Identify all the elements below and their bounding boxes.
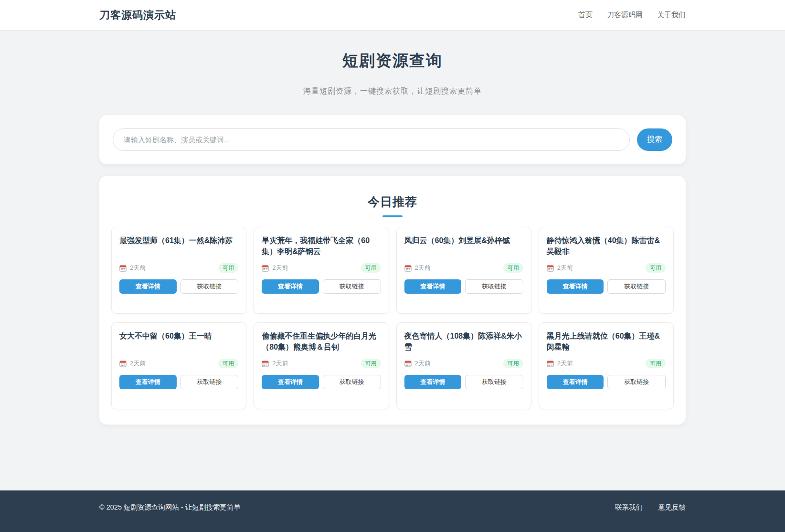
get-link-button[interactable]: 获取链接 [607, 375, 666, 389]
drama-card: 旱灾荒年，我福娃带飞全家（60集）李明&萨钢云 2天前 可用 查看详情 获取链接 [254, 227, 389, 314]
drama-meta: 2天前 可用 [119, 359, 238, 368]
drama-meta: 2天前 可用 [547, 263, 666, 273]
drama-date: 2天前 [547, 359, 573, 368]
drama-card: 夜色寄情人（108集）陈添祥&朱小雪 2天前 可用 查看详情 获取链接 [396, 322, 531, 409]
drama-card: 最强发型师（61集）一然&陈沛苏 2天前 可用 查看详情 获取链接 [111, 227, 246, 314]
drama-title: 静待惊鸿入翁慌（40集）陈雷雷&吴毅非 [547, 235, 666, 257]
search-button[interactable]: 搜索 [637, 128, 672, 151]
view-detail-button[interactable]: 查看详情 [262, 279, 319, 294]
drama-actions: 查看详情 获取链接 [119, 375, 238, 389]
drama-actions: 查看详情 获取链接 [547, 279, 666, 294]
main-content: 短剧资源查询 海量短剧资源，一键搜索获取，让短剧搜索更简单 搜索 今日推荐 最强… [99, 50, 686, 425]
status-badge: 可用 [503, 263, 523, 273]
calendar-icon [119, 360, 127, 367]
search-panel: 搜索 [99, 115, 686, 164]
drama-date-text: 2天前 [272, 359, 288, 368]
footer-link-contact[interactable]: 联系我们 [615, 503, 643, 512]
drama-actions: 查看详情 获取链接 [547, 375, 666, 389]
drama-title: 黑月光上线请就位（60集）王瑾&闵星翰 [547, 330, 666, 352]
view-detail-button[interactable]: 查看详情 [547, 279, 604, 294]
drama-meta: 2天前 可用 [262, 359, 381, 368]
get-link-button[interactable]: 获取链接 [180, 375, 239, 389]
site-header: 刀客源码演示站 首页 刀客源码网 关于我们 [0, 0, 785, 31]
drama-meta: 2天前 可用 [119, 263, 238, 273]
drama-title: 夜色寄情人（108集）陈添祥&朱小雪 [404, 330, 523, 352]
drama-actions: 查看详情 获取链接 [404, 279, 523, 294]
drama-card: 静待惊鸿入翁慌（40集）陈雷雷&吴毅非 2天前 可用 查看详情 获取链接 [539, 227, 674, 314]
view-detail-button[interactable]: 查看详情 [547, 375, 604, 389]
get-link-button[interactable]: 获取链接 [465, 375, 523, 389]
drama-meta: 2天前 可用 [547, 359, 666, 368]
status-badge: 可用 [646, 359, 666, 368]
view-detail-button[interactable]: 查看详情 [262, 375, 319, 389]
get-link-button[interactable]: 获取链接 [323, 375, 381, 389]
site-logo[interactable]: 刀客源码演示站 [99, 8, 176, 22]
drama-meta: 2天前 可用 [262, 263, 381, 273]
drama-title: 偷偷藏不住重生偏执少年的白月光（80集）熊奥博＆吕钊 [262, 330, 381, 352]
nav-item-home[interactable]: 首页 [578, 11, 593, 20]
status-badge: 可用 [361, 359, 381, 368]
page-subtitle: 海量短剧资源，一键搜索获取，让短剧搜索更简单 [99, 86, 686, 96]
drama-card-grid: 最强发型师（61集）一然&陈沛苏 2天前 可用 查看详情 获取链接 旱灾荒年，我… [111, 227, 674, 409]
calendar-icon [262, 360, 269, 367]
drama-meta: 2天前 可用 [404, 359, 523, 368]
hero-section: 短剧资源查询 海量短剧资源，一键搜索获取，让短剧搜索更简单 [99, 50, 686, 96]
view-detail-button[interactable]: 查看详情 [404, 279, 462, 294]
status-badge: 可用 [218, 359, 238, 368]
drama-actions: 查看详情 获取链接 [119, 279, 238, 294]
drama-date: 2天前 [404, 264, 431, 272]
drama-title: 凤归云（60集）刘昱展&孙梓铖 [404, 235, 523, 257]
drama-title: 最强发型师（61集）一然&陈沛苏 [119, 235, 238, 257]
drama-title: 旱灾荒年，我福娃带飞全家（60集）李明&萨钢云 [262, 235, 381, 257]
footer-links: 联系我们 意见反馈 [615, 503, 686, 512]
search-input[interactable] [113, 128, 630, 151]
drama-date-text: 2天前 [415, 359, 431, 368]
drama-date-text: 2天前 [272, 264, 288, 272]
recommend-panel: 今日推荐 最强发型师（61集）一然&陈沛苏 2天前 可用 查看详情 获取链接 [99, 176, 686, 425]
section-title-today-recommend: 今日推荐 [111, 194, 674, 210]
drama-date: 2天前 [119, 264, 146, 272]
get-link-button[interactable]: 获取链接 [180, 279, 239, 294]
drama-title: 女大不中留（60集）王一晴 [119, 330, 238, 352]
drama-date-text: 2天前 [557, 264, 573, 272]
drama-date-text: 2天前 [557, 359, 573, 368]
calendar-icon [547, 360, 554, 367]
calendar-icon [547, 265, 554, 272]
calendar-icon [119, 265, 127, 272]
status-badge: 可用 [503, 359, 523, 368]
view-detail-button[interactable]: 查看详情 [404, 375, 462, 389]
drama-date: 2天前 [262, 359, 288, 368]
drama-actions: 查看详情 获取链接 [262, 375, 381, 389]
drama-card: 偷偷藏不住重生偏执少年的白月光（80集）熊奥博＆吕钊 2天前 可用 查看详情 获… [254, 322, 389, 409]
status-badge: 可用 [646, 263, 666, 273]
drama-date: 2天前 [262, 264, 288, 272]
site-footer: © 2025 短剧资源查询网站 - 让短剧搜索更简单 联系我们 意见反馈 [0, 490, 785, 532]
view-detail-button[interactable]: 查看详情 [119, 375, 177, 389]
drama-date: 2天前 [119, 359, 146, 368]
nav-item-about[interactable]: 关于我们 [657, 11, 686, 20]
drama-actions: 查看详情 获取链接 [262, 279, 381, 294]
status-badge: 可用 [361, 263, 381, 273]
drama-card: 女大不中留（60集）王一晴 2天前 可用 查看详情 获取链接 [111, 322, 246, 409]
drama-actions: 查看详情 获取链接 [404, 375, 523, 389]
footer-copyright: © 2025 短剧资源查询网站 - 让短剧搜索更简单 [99, 503, 241, 512]
top-nav: 首页 刀客源码网 关于我们 [578, 11, 686, 20]
footer-link-feedback[interactable]: 意见反馈 [658, 503, 686, 512]
calendar-icon [262, 265, 269, 272]
get-link-button[interactable]: 获取链接 [607, 279, 666, 294]
view-detail-button[interactable]: 查看详情 [119, 279, 177, 294]
drama-date: 2天前 [547, 264, 573, 272]
drama-date: 2天前 [404, 359, 431, 368]
drama-date-text: 2天前 [130, 264, 146, 272]
nav-item-daoke-source[interactable]: 刀客源码网 [607, 11, 643, 20]
drama-date-text: 2天前 [130, 359, 146, 368]
section-title-underline [382, 215, 403, 217]
get-link-button[interactable]: 获取链接 [323, 279, 381, 294]
get-link-button[interactable]: 获取链接 [465, 279, 523, 294]
drama-meta: 2天前 可用 [404, 263, 523, 273]
drama-date-text: 2天前 [415, 264, 431, 272]
calendar-icon [404, 265, 412, 272]
calendar-icon [404, 360, 412, 367]
status-badge: 可用 [218, 263, 238, 273]
drama-card: 凤归云（60集）刘昱展&孙梓铖 2天前 可用 查看详情 获取链接 [396, 227, 531, 314]
